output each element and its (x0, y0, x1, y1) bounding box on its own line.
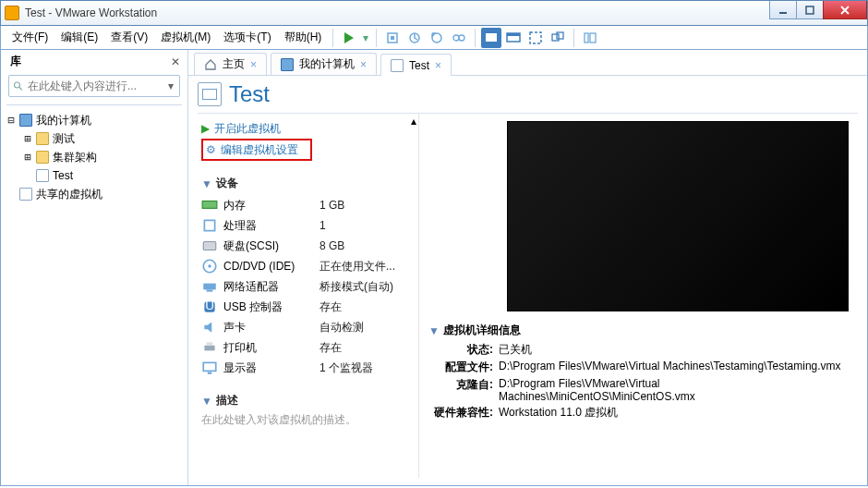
svg-point-7 (459, 35, 464, 41)
library-search[interactable]: ▾ (8, 75, 180, 97)
device-row[interactable]: 硬盘(SCSI)8 GB (201, 236, 413, 256)
device-value: 存在 (319, 340, 342, 356)
device-row[interactable]: 显示器1 个监视器 (201, 358, 413, 378)
device-name: 声卡 (223, 320, 319, 336)
tab-test[interactable]: Test × (380, 54, 452, 76)
edit-vm-settings-link[interactable]: ⚙编辑虚拟机设置 (206, 140, 307, 159)
menu-file[interactable]: 文件(F) (6, 27, 54, 48)
tab-close-icon[interactable]: × (360, 58, 367, 71)
vm-details-header[interactable]: ▼虚拟机详细信息 (428, 323, 849, 338)
library-search-input[interactable] (28, 79, 166, 92)
detail-clone-label: 克隆自: (428, 377, 493, 403)
window-titlebar: Test - VMware Workstation (0, 0, 868, 26)
snapshot-manager-icon[interactable] (449, 28, 469, 48)
library-tree: ⊟我的计算机 ⊞测试 ⊞集群架构 Test 共享的虚拟机 (1, 111, 187, 203)
search-dropdown-caret-icon[interactable]: ▾ (166, 79, 175, 92)
library-sidebar: 库 ✕ ▾ ⊟我的计算机 ⊞测试 ⊞集群架构 Test 共享的虚拟机 (1, 50, 188, 485)
tree-folder-cluster[interactable]: ⊞集群架构 (6, 148, 182, 166)
detail-hw-label: 硬件兼容性: (428, 405, 493, 421)
unity-icon[interactable] (548, 28, 568, 48)
device-row[interactable]: 内存1 GB (201, 195, 413, 215)
menu-vm[interactable]: 虚拟机(M) (155, 27, 216, 48)
menu-tabs[interactable]: 选项卡(T) (218, 27, 276, 48)
svg-point-16 (15, 82, 20, 88)
usb-icon: U (201, 299, 218, 314)
library-toggle-icon[interactable] (580, 28, 600, 48)
detail-config-label: 配置文件: (428, 360, 493, 375)
menu-view[interactable]: 查看(V) (105, 27, 153, 48)
device-value: 桥接模式(自动) (319, 279, 393, 295)
tree-my-computer[interactable]: ⊟我的计算机 (6, 111, 182, 129)
detail-config-value: D:\Program Files\VMware\Virtual Machines… (499, 360, 849, 375)
power-menu-caret-icon[interactable]: ▾ (363, 31, 370, 44)
tree-folder-test[interactable]: ⊞测试 (6, 129, 182, 148)
collapse-caret-icon: ▼ (201, 177, 212, 190)
device-row[interactable]: UUSB 控制器存在 (201, 297, 413, 317)
svg-rect-12 (552, 34, 559, 41)
svg-rect-27 (204, 346, 214, 351)
device-row[interactable]: 处理器1 (201, 215, 413, 236)
device-name: 打印机 (223, 340, 319, 356)
svg-rect-29 (203, 362, 216, 371)
device-row[interactable]: CD/DVD (IDE)正在使用文件... (201, 256, 413, 276)
power-on-vm-link[interactable]: ▶开启此虚拟机 (201, 119, 413, 138)
play-icon: ▶ (201, 122, 210, 135)
device-value: 存在 (319, 299, 342, 315)
tab-home[interactable]: 主页 × (194, 53, 267, 75)
power-on-button[interactable] (339, 28, 359, 48)
svg-rect-28 (207, 342, 213, 345)
devices-header[interactable]: ▼设备 (201, 176, 413, 191)
vm-preview-thumbnail (507, 121, 849, 311)
sound-icon (201, 320, 218, 335)
tree-shared-vms[interactable]: 共享的虚拟机 (6, 185, 182, 203)
svg-rect-18 (202, 201, 217, 209)
svg-point-6 (453, 35, 459, 41)
device-row[interactable]: 网络适配器桥接模式(自动) (201, 276, 413, 297)
quick-switch-icon[interactable] (503, 28, 524, 48)
cpu-icon (201, 218, 218, 233)
device-value: 自动检测 (319, 320, 364, 336)
tab-close-icon[interactable]: × (435, 59, 441, 72)
console-view-icon[interactable] (481, 28, 501, 48)
library-close-button[interactable]: ✕ (171, 55, 180, 68)
description-placeholder[interactable]: 在此处键入对该虚拟机的描述。 (201, 412, 413, 428)
device-value: 1 (319, 219, 326, 232)
svg-rect-20 (203, 242, 216, 250)
device-row[interactable]: 打印机存在 (201, 337, 413, 358)
menu-help[interactable]: 帮助(H) (279, 27, 328, 48)
device-value: 1 GB (319, 199, 344, 212)
svg-rect-23 (203, 284, 216, 290)
device-name: CD/DVD (IDE) (223, 260, 319, 273)
fullscreen-icon[interactable] (525, 28, 546, 48)
svg-rect-1 (806, 6, 814, 14)
snapshot-revert-icon[interactable] (427, 28, 447, 48)
device-name: 处理器 (223, 218, 319, 234)
minimize-button[interactable] (769, 1, 797, 19)
tab-close-icon[interactable]: × (250, 58, 257, 71)
menu-edit[interactable]: 编辑(E) (55, 27, 103, 48)
suspend-icon[interactable] (382, 28, 403, 48)
scroll-up-icon[interactable]: ▴ (409, 116, 418, 126)
library-title: 库 (10, 54, 21, 69)
device-value: 正在使用文件... (319, 259, 395, 274)
memory-icon (201, 198, 218, 213)
device-name: 显示器 (223, 360, 319, 376)
device-row[interactable]: 声卡自动检测 (201, 317, 413, 337)
svg-rect-8 (486, 33, 497, 42)
detail-hw-value: Workstation 11.0 虚拟机 (499, 405, 849, 421)
cd-icon (201, 259, 218, 274)
tree-vm-test[interactable]: Test (6, 166, 182, 185)
shared-vm-icon (19, 188, 32, 201)
close-button[interactable] (823, 1, 867, 19)
maximize-button[interactable] (796, 1, 824, 19)
snapshot-icon[interactable] (404, 28, 425, 48)
vm-page-icon (198, 82, 222, 106)
device-name: 内存 (223, 198, 319, 214)
display-icon (201, 360, 218, 375)
svg-text:U: U (205, 299, 214, 312)
device-name: 硬盘(SCSI) (223, 238, 319, 254)
tab-my-computer[interactable]: 我的计算机 × (271, 53, 377, 75)
folder-icon (36, 132, 49, 145)
description-header[interactable]: ▼描述 (201, 393, 413, 409)
svg-point-22 (208, 264, 211, 267)
